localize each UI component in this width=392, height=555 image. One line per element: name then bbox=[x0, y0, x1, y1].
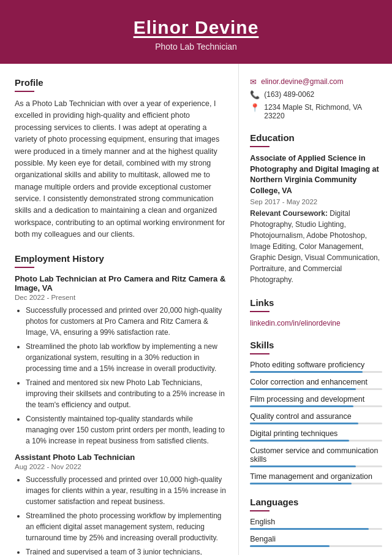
skill-item: Film processing and development bbox=[250, 395, 382, 407]
skill-bar-bg bbox=[250, 405, 382, 407]
list-item: Consistently maintained top-quality stan… bbox=[26, 413, 226, 446]
skill-item: Customer service and communication skill… bbox=[250, 446, 382, 467]
skill-bar-bg bbox=[250, 483, 382, 484]
right-column: ✉ elinor.devine@gmail.com 📞 (163) 489-00… bbox=[239, 64, 392, 555]
contact-email: ✉ elinor.devine@gmail.com bbox=[250, 77, 382, 86]
education-title: Education bbox=[250, 132, 382, 143]
skill-name: Color correction and enhancement bbox=[250, 378, 382, 386]
skill-bar-fill bbox=[250, 465, 356, 467]
header-name: Elinor Devine bbox=[12, 17, 380, 38]
skills-title: Skills bbox=[250, 340, 382, 350]
email-icon: ✉ bbox=[250, 77, 257, 86]
lang-bar-bg bbox=[250, 545, 382, 547]
lang-name: Bengali bbox=[250, 535, 382, 543]
links-section: Links linkedin.com/in/elinordevine bbox=[250, 297, 382, 327]
skill-bar-bg bbox=[250, 371, 382, 373]
skill-bar-bg bbox=[250, 388, 382, 390]
contact-phone: 📞 (163) 489-0062 bbox=[250, 90, 382, 99]
contact-address: 📍 1234 Maple St, Richmond, VA 23220 bbox=[250, 103, 382, 120]
left-column: Profile As a Photo Lab Technician with o… bbox=[0, 64, 239, 555]
skill-name: Customer service and communication skill… bbox=[250, 446, 382, 464]
skill-name: Quality control and assurance bbox=[250, 412, 382, 421]
skill-bar-bg bbox=[250, 440, 382, 442]
languages-section: Languages English Bengali bbox=[250, 497, 382, 547]
skill-name: Photo editing software proficiency bbox=[250, 361, 382, 369]
skill-bar-bg bbox=[250, 423, 382, 424]
phone-icon: 📞 bbox=[250, 90, 260, 99]
edu-dates: Sep 2017 - May 2022 bbox=[250, 198, 382, 205]
email-link[interactable]: elinor.devine@gmail.com bbox=[261, 77, 343, 86]
edu-degree: Associate of Applied Science in Photogra… bbox=[250, 153, 382, 196]
skill-name: Film processing and development bbox=[250, 395, 382, 404]
skills-divider bbox=[250, 353, 270, 354]
lang-bar-fill bbox=[250, 528, 369, 530]
skill-bar-fill bbox=[250, 423, 358, 424]
language-item: English bbox=[250, 518, 382, 530]
coursework-text: Digital Photography, Studio Lighting, Ph… bbox=[250, 209, 380, 284]
job-2-title: Assistant Photo Lab Technician bbox=[15, 453, 226, 462]
skill-bar-fill bbox=[250, 405, 353, 407]
job-1-dates: Dec 2022 - Present bbox=[15, 294, 226, 301]
list-item: Trained and mentored six new Photo Lab T… bbox=[26, 377, 226, 410]
profile-text: As a Photo Lab Technician with over a ye… bbox=[15, 98, 226, 241]
skill-name: Time management and organization bbox=[250, 472, 382, 481]
lang-bar-bg bbox=[250, 528, 382, 530]
skills-section: Skills Photo editing software proficienc… bbox=[250, 340, 382, 484]
skill-item: Color correction and enhancement bbox=[250, 378, 382, 390]
header: Elinor Devine Photo Lab Technician bbox=[0, 0, 392, 64]
profile-title: Profile bbox=[15, 77, 226, 88]
contact-section: ✉ elinor.devine@gmail.com 📞 (163) 489-00… bbox=[250, 77, 382, 120]
skill-bar-fill bbox=[250, 483, 352, 484]
skill-item: Digital printing techniques bbox=[250, 429, 382, 442]
language-item: Bengali bbox=[250, 535, 382, 547]
languages-title: Languages bbox=[250, 497, 382, 507]
profile-divider bbox=[15, 91, 34, 92]
links-divider bbox=[250, 311, 270, 312]
coursework-label: Relevant Coursework: bbox=[250, 209, 328, 218]
education-divider bbox=[250, 146, 270, 147]
languages-divider bbox=[250, 510, 270, 511]
education-section: Education Associate of Applied Science i… bbox=[250, 132, 382, 285]
list-item: Trained and supervised a team of 3 junio… bbox=[26, 546, 226, 556]
skills-list: Photo editing software proficiency Color… bbox=[250, 361, 382, 484]
job-2-bullets: Successfully processed and printed over … bbox=[15, 474, 226, 556]
job-2-dates: Aug 2022 - Nov 2022 bbox=[15, 463, 226, 470]
skill-bar-fill bbox=[250, 371, 362, 373]
profile-section: Profile As a Photo Lab Technician with o… bbox=[15, 77, 226, 241]
employment-title: Employment History bbox=[15, 253, 226, 264]
list-item: Successfully processed and printed over … bbox=[26, 305, 226, 338]
links-title: Links bbox=[250, 297, 382, 308]
job-1: Photo Lab Technician at Pro Camera and R… bbox=[15, 274, 226, 446]
skill-name: Digital printing techniques bbox=[250, 429, 382, 438]
location-icon: 📍 bbox=[250, 103, 260, 112]
list-item: Streamlined the photo processing workflo… bbox=[26, 510, 226, 543]
skill-bar-fill bbox=[250, 440, 349, 442]
employment-divider bbox=[15, 267, 34, 268]
phone-number: (163) 489-0062 bbox=[264, 90, 314, 99]
skill-item: Time management and organization bbox=[250, 472, 382, 484]
job-1-bullets: Successfully processed and printed over … bbox=[15, 305, 226, 446]
skill-item: Photo editing software proficiency bbox=[250, 361, 382, 373]
languages-list: English Bengali bbox=[250, 518, 382, 547]
skill-bar-fill bbox=[250, 388, 356, 390]
lang-name: English bbox=[250, 518, 382, 526]
address-text: 1234 Maple St, Richmond, VA 23220 bbox=[264, 103, 382, 120]
skill-item: Quality control and assurance bbox=[250, 412, 382, 424]
lang-bar-fill bbox=[250, 545, 329, 547]
linkedin-link[interactable]: linkedin.com/in/elinordevine bbox=[250, 319, 340, 327]
job-2: Assistant Photo Lab Technician Aug 2022 … bbox=[15, 453, 226, 556]
edu-coursework: Relevant Coursework: Digital Photography… bbox=[250, 208, 382, 285]
job-1-title: Photo Lab Technician at Pro Camera and R… bbox=[15, 274, 226, 293]
list-item: Successfully processed and printed over … bbox=[26, 474, 226, 507]
list-item: Streamlined the photo lab workflow by im… bbox=[26, 341, 226, 374]
skill-bar-bg bbox=[250, 465, 382, 467]
header-title: Photo Lab Technician bbox=[12, 42, 380, 52]
employment-section: Employment History Photo Lab Technician … bbox=[15, 253, 226, 556]
